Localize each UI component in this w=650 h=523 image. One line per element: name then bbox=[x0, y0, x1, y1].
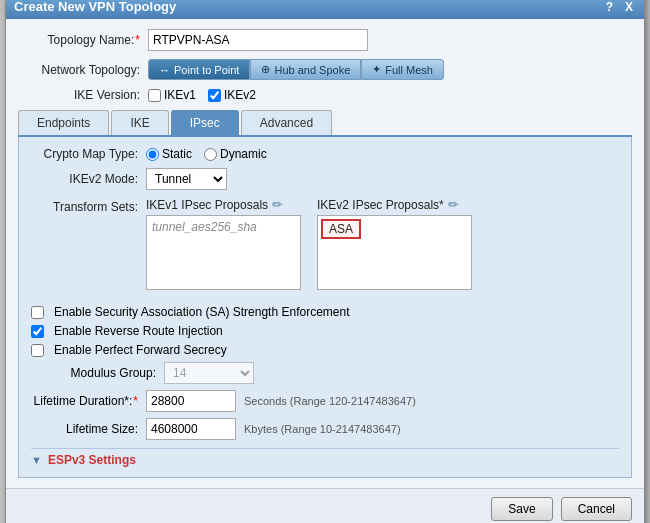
vpn-topology-dialog: Create New VPN Topology ? X Topology Nam… bbox=[5, 0, 645, 523]
static-radio-item: Static bbox=[146, 147, 192, 161]
ikev1-proposals-header: IKEv1 IPsec Proposals ✏ bbox=[146, 197, 301, 212]
cancel-button[interactable]: Cancel bbox=[561, 497, 632, 521]
dialog-footer: Save Cancel bbox=[6, 488, 644, 523]
ike-version-checkboxes: IKEv1 IKEv2 bbox=[148, 88, 256, 102]
topology-name-input[interactable] bbox=[148, 29, 368, 51]
ipsec-tab-content: Crypto Map Type: Static Dynamic IKEv2 Mo… bbox=[18, 137, 632, 478]
ikev2-checkbox-item: IKEv2 bbox=[208, 88, 256, 102]
lifetime-duration-label: Lifetime Duration*: bbox=[31, 394, 146, 408]
ikev2-asa-item[interactable]: ASA bbox=[321, 219, 361, 239]
ike-version-label: IKE Version: bbox=[18, 88, 148, 102]
crypto-map-radio-group: Static Dynamic bbox=[146, 147, 267, 161]
hub-label: Hub and Spoke bbox=[274, 64, 350, 76]
p2p-label: Point to Point bbox=[174, 64, 239, 76]
ikev2-proposals-header: IKEv2 IPsec Proposals* ✏ bbox=[317, 197, 472, 212]
network-topology-buttons: ↔ Point to Point ⊕ Hub and Spoke ✦ Full … bbox=[148, 59, 444, 80]
espv3-label: ESPv3 Settings bbox=[48, 453, 136, 467]
static-label: Static bbox=[162, 147, 192, 161]
tab-ike[interactable]: IKE bbox=[111, 110, 168, 135]
p2p-icon: ↔ bbox=[159, 64, 170, 76]
static-radio[interactable] bbox=[146, 148, 159, 161]
dialog-title-buttons: ? X bbox=[603, 0, 636, 14]
tab-ipsec[interactable]: IPsec bbox=[171, 110, 239, 135]
ikev1-proposals-label: IKEv1 IPsec Proposals bbox=[146, 198, 268, 212]
lifetime-size-label: Lifetime Size: bbox=[31, 422, 146, 436]
point-to-point-button[interactable]: ↔ Point to Point bbox=[148, 59, 250, 80]
dynamic-label: Dynamic bbox=[220, 147, 267, 161]
modulus-group-select[interactable]: 14 bbox=[164, 362, 254, 384]
lifetime-size-hint: Kbytes (Range 10-2147483647) bbox=[244, 423, 401, 435]
save-button[interactable]: Save bbox=[491, 497, 552, 521]
tab-endpoints[interactable]: Endpoints bbox=[18, 110, 109, 135]
enable-reverse-checkbox[interactable] bbox=[31, 325, 44, 338]
enable-pfs-label: Enable Perfect Forward Secrecy bbox=[54, 343, 227, 357]
ikev2-proposals-label: IKEv2 IPsec Proposals* bbox=[317, 198, 444, 212]
modulus-group-row: Modulus Group: 14 bbox=[49, 362, 619, 384]
ikev1-label: IKEv1 bbox=[164, 88, 196, 102]
ikev2-mode-label: IKEv2 Mode: bbox=[31, 172, 146, 186]
network-topology-row: Network Topology: ↔ Point to Point ⊕ Hub… bbox=[18, 59, 632, 80]
mesh-label: Full Mesh bbox=[385, 64, 433, 76]
close-button[interactable]: X bbox=[622, 0, 636, 14]
ikev2-mode-row: IKEv2 Mode: Tunnel Transport bbox=[31, 168, 619, 190]
enable-sa-checkbox[interactable] bbox=[31, 306, 44, 319]
enable-reverse-label: Enable Reverse Route Injection bbox=[54, 324, 223, 338]
crypto-map-type-row: Crypto Map Type: Static Dynamic bbox=[31, 147, 619, 161]
ikev2-mode-select[interactable]: Tunnel Transport bbox=[146, 168, 227, 190]
ikev2-proposals-list: ASA bbox=[317, 215, 472, 290]
espv3-section: ▼ ESPv3 Settings bbox=[31, 448, 619, 467]
hub-and-spoke-button[interactable]: ⊕ Hub and Spoke bbox=[250, 59, 361, 80]
topology-name-label: Topology Name: bbox=[18, 33, 148, 47]
dialog-body: Topology Name: Network Topology: ↔ Point… bbox=[6, 19, 644, 488]
topology-name-row: Topology Name: bbox=[18, 29, 632, 51]
tabs-container: Endpoints IKE IPsec Advanced bbox=[18, 110, 632, 137]
lifetime-duration-row: Lifetime Duration*: Seconds (Range 120-2… bbox=[31, 390, 619, 412]
ike-version-row: IKE Version: IKEv1 IKEv2 bbox=[18, 88, 632, 102]
modulus-group-label: Modulus Group: bbox=[49, 366, 164, 380]
hub-icon: ⊕ bbox=[261, 63, 270, 76]
enable-sa-label: Enable Security Association (SA) Strengt… bbox=[54, 305, 349, 319]
ikev1-edit-icon[interactable]: ✏ bbox=[272, 197, 283, 212]
transform-sets-label: Transform Sets: bbox=[31, 197, 146, 214]
ikev1-checkbox-item: IKEv1 bbox=[148, 88, 196, 102]
lifetime-duration-hint: Seconds (Range 120-2147483647) bbox=[244, 395, 416, 407]
crypto-map-type-label: Crypto Map Type: bbox=[31, 147, 146, 161]
proposals-area: IKEv1 IPsec Proposals ✏ tunnel_aes256_sh… bbox=[146, 197, 472, 290]
enable-pfs-row: Enable Perfect Forward Secrecy bbox=[31, 343, 619, 357]
ikev2-edit-icon[interactable]: ✏ bbox=[448, 197, 459, 212]
dynamic-radio-item: Dynamic bbox=[204, 147, 267, 161]
ikev1-proposals-list: tunnel_aes256_sha bbox=[146, 215, 301, 290]
lifetime-duration-input[interactable] bbox=[146, 390, 236, 412]
ikev1-proposals-col: IKEv1 IPsec Proposals ✏ tunnel_aes256_sh… bbox=[146, 197, 301, 290]
ikev1-checkbox[interactable] bbox=[148, 89, 161, 102]
ikev2-label: IKEv2 bbox=[224, 88, 256, 102]
espv3-chevron-icon[interactable]: ▼ bbox=[31, 454, 42, 466]
full-mesh-button[interactable]: ✦ Full Mesh bbox=[361, 59, 444, 80]
lifetime-size-input[interactable] bbox=[146, 418, 236, 440]
enable-reverse-row: Enable Reverse Route Injection bbox=[31, 324, 619, 338]
tab-advanced[interactable]: Advanced bbox=[241, 110, 332, 135]
ikev2-checkbox[interactable] bbox=[208, 89, 221, 102]
lifetime-size-row: Lifetime Size: Kbytes (Range 10-21474836… bbox=[31, 418, 619, 440]
help-button[interactable]: ? bbox=[603, 0, 616, 14]
transform-sets-row: Transform Sets: IKEv1 IPsec Proposals ✏ … bbox=[31, 197, 619, 298]
ikev1-placeholder-item: tunnel_aes256_sha bbox=[150, 219, 297, 235]
enable-pfs-checkbox[interactable] bbox=[31, 344, 44, 357]
mesh-icon: ✦ bbox=[372, 63, 381, 76]
ikev2-proposals-col: IKEv2 IPsec Proposals* ✏ ASA bbox=[317, 197, 472, 290]
dialog-title-bar: Create New VPN Topology ? X bbox=[6, 0, 644, 19]
dynamic-radio[interactable] bbox=[204, 148, 217, 161]
network-topology-label: Network Topology: bbox=[18, 63, 148, 77]
enable-sa-row: Enable Security Association (SA) Strengt… bbox=[31, 305, 619, 319]
dialog-title-text: Create New VPN Topology bbox=[14, 0, 176, 14]
